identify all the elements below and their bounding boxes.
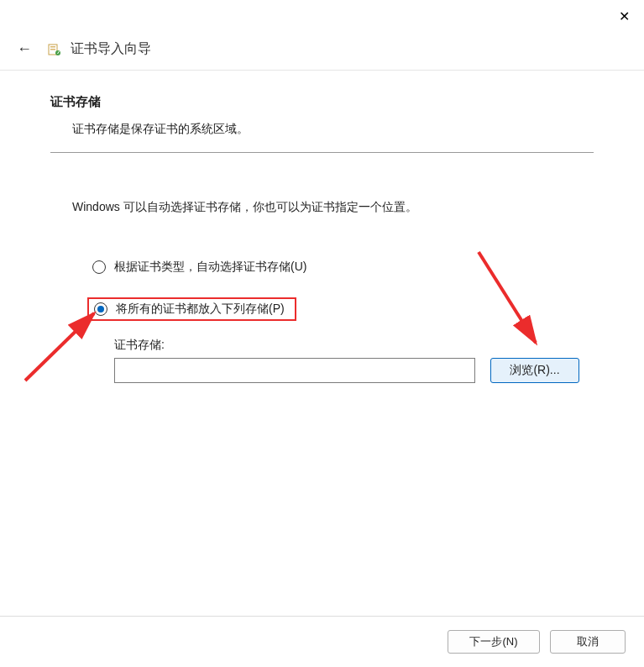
wizard-icon: [47, 42, 62, 57]
next-button[interactable]: 下一步(N): [448, 630, 540, 654]
wizard-header: ← 证书导入向导: [0, 32, 644, 71]
store-radio-group: 根据证书类型，自动选择证书存储(U) 将所有的证书都放入下列存储(P): [50, 255, 594, 334]
close-button[interactable]: ✕: [612, 8, 636, 25]
store-block: 证书存储: 浏览(R)...: [50, 338, 594, 383]
close-icon: ✕: [619, 10, 630, 24]
radio-icon: [92, 260, 106, 274]
section-heading: 证书存储: [50, 94, 594, 110]
radio-auto-select[interactable]: 根据证书类型，自动选择证书存储(U): [92, 255, 594, 279]
divider: [50, 152, 594, 153]
radio-manual-label: 将所有的证书都放入下列存储(P): [116, 302, 285, 317]
radio-manual-select[interactable]: 将所有的证书都放入下列存储(P): [87, 297, 296, 321]
section-description: 证书存储是保存证书的系统区域。: [50, 122, 594, 137]
browse-button[interactable]: 浏览(R)...: [490, 358, 579, 383]
cancel-button[interactable]: 取消: [550, 630, 626, 654]
instruction-text: Windows 可以自动选择证书存储，你也可以为证书指定一个位置。: [50, 200, 594, 215]
back-arrow-icon[interactable]: ←: [17, 40, 34, 58]
svg-rect-2: [50, 49, 55, 50]
store-input[interactable]: [114, 358, 475, 383]
radio-auto-label: 根据证书类型，自动选择证书存储(U): [114, 260, 306, 275]
bottom-bar: 下一步(N) 取消: [0, 616, 644, 667]
wizard-title: 证书导入向导: [71, 40, 151, 58]
radio-icon: [94, 302, 107, 316]
content-area: 证书存储 证书存储是保存证书的系统区域。 Windows 可以自动选择证书存储，…: [0, 71, 644, 383]
svg-rect-1: [50, 46, 55, 48]
store-label: 证书存储:: [114, 338, 475, 353]
